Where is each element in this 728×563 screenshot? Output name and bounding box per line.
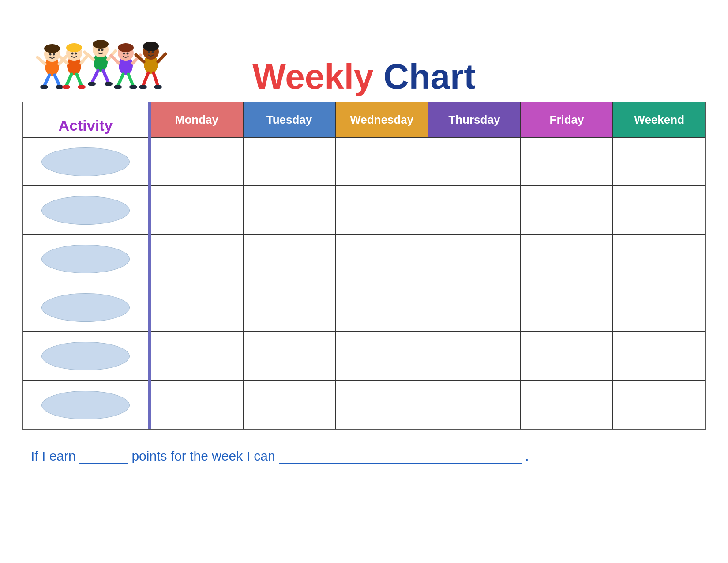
- cell-r5-fri[interactable]: [521, 332, 614, 380]
- svg-point-34: [114, 85, 122, 89]
- cell-r6-tue[interactable]: [244, 381, 336, 429]
- activity-row-4: [23, 283, 148, 332]
- cell-r1-wed[interactable]: [336, 138, 428, 185]
- cell-r3-wed[interactable]: [336, 235, 428, 283]
- svg-point-50: [101, 49, 104, 51]
- svg-line-13: [81, 56, 87, 63]
- cell-r1-thu[interactable]: [428, 138, 521, 185]
- activity-row-6: [23, 381, 148, 429]
- grid-row-3: [151, 235, 705, 283]
- footer-blank-points[interactable]: [79, 448, 128, 464]
- svg-point-48: [75, 53, 77, 55]
- svg-point-51: [123, 53, 125, 55]
- kids-illustration: [35, 18, 168, 99]
- cell-r4-wknd[interactable]: [613, 283, 705, 331]
- footer-text2: points for the week I can: [131, 449, 275, 463]
- svg-line-5: [44, 75, 49, 86]
- activity-oval-5: [41, 342, 130, 370]
- cell-r4-wed[interactable]: [336, 283, 428, 331]
- footer-period: .: [525, 449, 529, 463]
- svg-line-40: [158, 54, 165, 62]
- svg-point-43: [139, 85, 147, 89]
- footer-blank-reward[interactable]: [279, 448, 522, 464]
- svg-point-47: [71, 53, 74, 55]
- svg-line-15: [77, 74, 82, 86]
- header-friday: Friday: [521, 102, 614, 137]
- activity-oval-3: [41, 245, 130, 273]
- cell-r4-tue[interactable]: [244, 283, 336, 331]
- cell-r1-tue[interactable]: [244, 138, 336, 185]
- title-chart: Chart: [383, 57, 476, 96]
- activity-oval-6: [41, 391, 130, 419]
- cell-r6-wknd[interactable]: [613, 381, 705, 429]
- cell-r1-fri[interactable]: [521, 138, 614, 185]
- cell-r4-thu[interactable]: [428, 283, 521, 331]
- svg-point-7: [40, 85, 48, 89]
- svg-point-52: [127, 53, 129, 55]
- activity-oval-2: [41, 196, 130, 225]
- cell-r3-wknd[interactable]: [613, 235, 705, 283]
- cell-r3-mon[interactable]: [151, 235, 244, 283]
- weekly-chart: Activity Monday Tuesday: [22, 102, 706, 430]
- svg-point-29: [118, 43, 134, 52]
- cell-r2-tue[interactable]: [244, 186, 336, 234]
- cell-r2-thu[interactable]: [428, 186, 521, 234]
- svg-line-41: [143, 73, 148, 86]
- svg-point-17: [78, 85, 86, 89]
- cell-r4-mon[interactable]: [151, 283, 244, 331]
- cell-r3-thu[interactable]: [428, 235, 521, 283]
- svg-line-33: [128, 74, 133, 86]
- cell-r5-mon[interactable]: [151, 332, 244, 380]
- svg-point-38: [143, 42, 159, 51]
- activity-oval-4: [41, 293, 130, 322]
- cell-r5-tue[interactable]: [244, 332, 336, 380]
- svg-point-54: [152, 51, 154, 53]
- cell-r1-mon[interactable]: [151, 138, 244, 185]
- cell-r5-wed[interactable]: [336, 332, 428, 380]
- grid-row-2: [151, 186, 705, 235]
- cell-r5-thu[interactable]: [428, 332, 521, 380]
- svg-line-3: [38, 57, 45, 64]
- svg-point-26: [105, 82, 113, 86]
- header-wednesday: Wednesday: [336, 102, 428, 137]
- activity-row-1: [23, 138, 148, 186]
- svg-point-53: [148, 51, 150, 53]
- cell-r3-tue[interactable]: [244, 235, 336, 283]
- svg-point-2: [44, 44, 60, 53]
- svg-point-11: [66, 43, 82, 52]
- grid-body: [151, 138, 705, 429]
- grid-row-4: [151, 283, 705, 332]
- grid-row-5: [151, 332, 705, 381]
- svg-point-49: [98, 49, 100, 51]
- grid-row-1: [151, 138, 705, 186]
- title-weekly: Weekly: [252, 57, 373, 96]
- cell-r2-fri[interactable]: [521, 186, 614, 234]
- cell-r5-wknd[interactable]: [613, 332, 705, 380]
- footer-text: If I earn points for the week I can .: [22, 448, 706, 464]
- cell-r6-wed[interactable]: [336, 381, 428, 429]
- svg-line-14: [66, 74, 71, 86]
- svg-point-35: [129, 85, 137, 89]
- cell-r6-thu[interactable]: [428, 381, 521, 429]
- header-tuesday: Tuesday: [244, 102, 336, 137]
- activity-row-2: [23, 186, 148, 235]
- cell-r1-wknd[interactable]: [613, 138, 705, 185]
- footer-text1: If I earn: [31, 449, 76, 463]
- activity-header: Activity: [23, 102, 148, 138]
- cell-r2-wknd[interactable]: [613, 186, 705, 234]
- cell-r3-fri[interactable]: [521, 235, 614, 283]
- cell-r6-mon[interactable]: [151, 381, 244, 429]
- cell-r2-wed[interactable]: [336, 186, 428, 234]
- svg-line-23: [92, 71, 98, 83]
- activity-label: Activity: [59, 117, 113, 134]
- cell-r2-mon[interactable]: [151, 186, 244, 234]
- svg-line-30: [111, 56, 119, 63]
- svg-line-42: [154, 73, 158, 86]
- activity-oval-1: [41, 147, 130, 176]
- svg-point-45: [49, 53, 52, 56]
- svg-point-25: [88, 82, 96, 86]
- cell-r6-fri[interactable]: [521, 381, 614, 429]
- cell-r4-fri[interactable]: [521, 283, 614, 331]
- activity-row-3: [23, 235, 148, 283]
- header-weekend: Weekend: [613, 102, 705, 137]
